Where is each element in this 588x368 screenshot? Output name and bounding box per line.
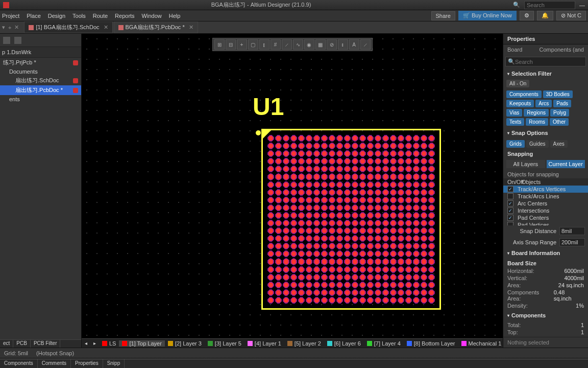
- bga-pad[interactable]: [298, 296, 305, 304]
- bga-pad[interactable]: [389, 250, 397, 258]
- bga-pad[interactable]: [290, 212, 298, 219]
- bga-pad[interactable]: [428, 204, 435, 212]
- bga-pad[interactable]: [366, 189, 374, 196]
- bga-pad[interactable]: [374, 296, 382, 304]
- canvas-tool-7[interactable]: ∿: [293, 39, 303, 50]
- bga-pad[interactable]: [389, 212, 397, 219]
- bga-pad[interactable]: [328, 266, 336, 273]
- canvas-tool-11[interactable]: ⫾: [338, 39, 348, 50]
- bga-pad[interactable]: [328, 134, 336, 142]
- bga-pad[interactable]: [305, 227, 313, 235]
- bga-pad[interactable]: [313, 196, 321, 204]
- bga-pad[interactable]: [428, 165, 435, 173]
- bga-pad[interactable]: [275, 250, 282, 258]
- bga-pad[interactable]: [366, 196, 374, 204]
- bga-pad[interactable]: [313, 235, 321, 242]
- bga-pad[interactable]: [344, 296, 351, 304]
- bga-pad[interactable]: [321, 296, 328, 304]
- bga-pad[interactable]: [412, 134, 420, 142]
- bga-pad[interactable]: [397, 281, 405, 289]
- bga-pad[interactable]: [389, 196, 397, 204]
- bga-pad[interactable]: [397, 242, 405, 250]
- bga-pad[interactable]: [351, 189, 359, 196]
- bga-pad[interactable]: [328, 181, 336, 189]
- bga-pad[interactable]: [290, 250, 298, 258]
- bga-pad[interactable]: [359, 134, 366, 142]
- layer-tab[interactable]: [7] Layer 4: [364, 340, 404, 347]
- bga-pad[interactable]: [282, 142, 290, 150]
- bga-pad[interactable]: [359, 212, 366, 219]
- bga-pad[interactable]: [420, 258, 428, 265]
- bga-pad[interactable]: [298, 157, 305, 165]
- bga-pad[interactable]: [397, 273, 405, 281]
- bga-pad[interactable]: [336, 281, 344, 289]
- bga-pad[interactable]: [344, 258, 351, 265]
- tab-close-all[interactable]: ✕: [14, 24, 19, 31]
- bga-pad[interactable]: [282, 242, 290, 250]
- bga-pad[interactable]: [382, 142, 389, 150]
- bga-pad[interactable]: [328, 281, 336, 289]
- bga-pad[interactable]: [282, 281, 290, 289]
- bga-pad[interactable]: [351, 219, 359, 227]
- bga-pad[interactable]: [305, 258, 313, 265]
- bga-pad[interactable]: [412, 242, 420, 250]
- bell-icon[interactable]: 🔔: [537, 11, 553, 20]
- properties-search-input[interactable]: [515, 59, 585, 65]
- bga-pad[interactable]: [366, 165, 374, 173]
- bga-pad[interactable]: [298, 189, 305, 196]
- bga-pad[interactable]: [428, 227, 435, 235]
- bga-pad[interactable]: [290, 289, 298, 296]
- bga-pad[interactable]: [298, 196, 305, 204]
- bga-pad[interactable]: [275, 227, 282, 235]
- bga-pad[interactable]: [267, 150, 275, 157]
- bga-pad[interactable]: [366, 134, 374, 142]
- bga-pad[interactable]: [298, 165, 305, 173]
- bga-pad[interactable]: [351, 212, 359, 219]
- bga-pad[interactable]: [336, 189, 344, 196]
- bga-pad[interactable]: [321, 189, 328, 196]
- bga-pad[interactable]: [267, 242, 275, 250]
- bga-pad[interactable]: [374, 289, 382, 296]
- bga-pad[interactable]: [344, 157, 351, 165]
- bga-pad[interactable]: [359, 258, 366, 265]
- canvas-tool-13[interactable]: ⟋: [360, 39, 371, 50]
- bga-pad[interactable]: [389, 235, 397, 242]
- bga-pad[interactable]: [321, 142, 328, 150]
- bga-pad[interactable]: [351, 273, 359, 281]
- bga-pad[interactable]: [389, 266, 397, 273]
- bga-pad[interactable]: [290, 150, 298, 157]
- bga-pad[interactable]: [275, 173, 282, 180]
- bga-pad[interactable]: [374, 266, 382, 273]
- bga-pad[interactable]: [290, 296, 298, 304]
- bga-pad[interactable]: [267, 173, 275, 180]
- bga-pad[interactable]: [428, 281, 435, 289]
- bga-pad[interactable]: [382, 189, 389, 196]
- bga-pad[interactable]: [397, 296, 405, 304]
- bga-pad[interactable]: [328, 173, 336, 180]
- bga-pad[interactable]: [412, 219, 420, 227]
- bga-pad[interactable]: [313, 212, 321, 219]
- bga-pad[interactable]: [405, 165, 412, 173]
- bga-pad[interactable]: [420, 196, 428, 204]
- bga-pad[interactable]: [405, 281, 412, 289]
- checkbox[interactable]: ✓: [507, 186, 513, 192]
- bga-pad[interactable]: [428, 296, 435, 304]
- bga-pad[interactable]: [328, 189, 336, 196]
- bga-pad[interactable]: [336, 157, 344, 165]
- bga-pad[interactable]: [397, 150, 405, 157]
- bga-pad[interactable]: [313, 273, 321, 281]
- bga-pad[interactable]: [267, 296, 275, 304]
- layer-tab[interactable]: [8] Bottom Layer: [404, 340, 458, 347]
- bga-pad[interactable]: [282, 266, 290, 273]
- bga-pad[interactable]: [321, 157, 328, 165]
- bga-pad[interactable]: [328, 227, 336, 235]
- bga-pad[interactable]: [313, 157, 321, 165]
- bga-pad[interactable]: [374, 242, 382, 250]
- snap-tab-axes[interactable]: Axes: [550, 140, 568, 148]
- bga-pad[interactable]: [321, 235, 328, 242]
- bga-pad[interactable]: [351, 235, 359, 242]
- bga-pad[interactable]: [321, 242, 328, 250]
- bga-pad[interactable]: [382, 212, 389, 219]
- bga-pad[interactable]: [405, 134, 412, 142]
- bga-pad[interactable]: [275, 289, 282, 296]
